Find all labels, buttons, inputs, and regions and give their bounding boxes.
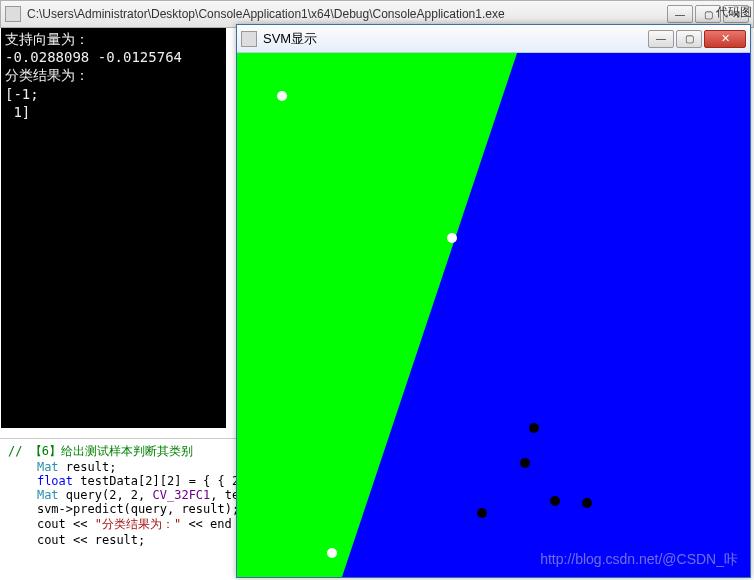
code-keyword: float <box>37 474 73 488</box>
code-string: "分类结果为：" <box>95 517 181 531</box>
app-icon <box>5 6 21 22</box>
code-text: cout << <box>37 517 95 531</box>
code-macro: CV_32FC1 <box>153 488 211 502</box>
code-text: query(2, 2, <box>59 488 153 502</box>
svg-point-7 <box>477 508 487 518</box>
svg-point-8 <box>550 496 560 506</box>
code-pane: // 【6】给出测试样本判断其类别 Mat result; float test… <box>0 438 238 578</box>
console-title: C:\Users\Administrator\Desktop\ConsoleAp… <box>27 7 667 21</box>
console-line: 分类结果为： <box>5 67 89 83</box>
svm-window-controls: — ▢ ✕ <box>648 30 746 48</box>
maximize-button[interactable]: ▢ <box>676 30 702 48</box>
minimize-button[interactable]: — <box>648 30 674 48</box>
svg-point-5 <box>529 423 539 433</box>
svm-canvas-area: http://blog.csdn.net/@CSDN_咔 <box>237 53 750 577</box>
svg-point-6 <box>520 458 530 468</box>
console-line: [-1; <box>5 86 39 102</box>
svm-titlebar[interactable]: SVM显示 — ▢ ✕ <box>237 25 750 53</box>
console-line: -0.0288098 -0.0125764 <box>5 49 182 65</box>
side-label[interactable]: 代码图 <box>716 4 752 21</box>
window-icon <box>241 31 257 47</box>
close-button[interactable]: ✕ <box>704 30 746 48</box>
svg-point-3 <box>447 233 457 243</box>
svm-plot <box>237 53 750 577</box>
console-output: 支持向量为： -0.0288098 -0.0125764 分类结果为： [-1;… <box>1 28 226 428</box>
svm-title: SVM显示 <box>263 30 648 48</box>
minimize-button[interactable]: — <box>667 5 693 23</box>
code-text: result; <box>59 460 117 474</box>
svg-point-2 <box>277 91 287 101</box>
console-line: 支持向量为： <box>5 31 89 47</box>
code-text: cout << result; <box>37 533 145 547</box>
code-text: << end <box>181 517 232 531</box>
code-type: Mat <box>37 488 59 502</box>
code-comment: // 【6】给出测试样本判断其类别 <box>8 444 193 458</box>
console-line: 1] <box>5 104 30 120</box>
code-text: testData[2][2] = { { 20 <box>73 474 238 488</box>
code-text: , tes <box>210 488 238 502</box>
code-text: svm->predict(query, result); <box>37 502 238 516</box>
svg-point-9 <box>582 498 592 508</box>
svm-window: SVM显示 — ▢ ✕ http://blog.csdn.net/@CSDN_咔 <box>236 24 751 578</box>
code-type: Mat <box>37 460 59 474</box>
svg-point-4 <box>327 548 337 558</box>
